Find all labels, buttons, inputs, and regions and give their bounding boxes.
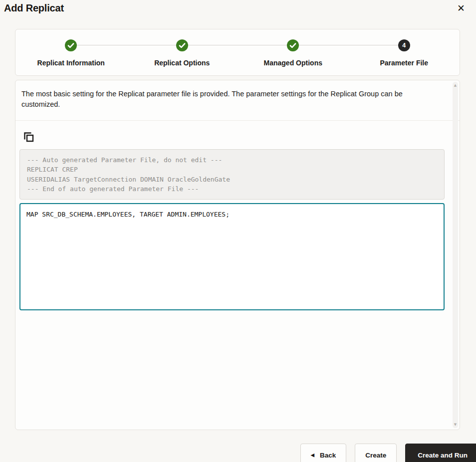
create-button-label: Create [365, 452, 386, 459]
dialog-footer: ◀ Back Create Create and Run [0, 444, 476, 462]
parameter-file-panel: The most basic setting for the Replicat … [15, 80, 460, 430]
scrollbar[interactable]: ▲ ▼ [453, 82, 458, 428]
step-replicat-information[interactable]: Replicat Information [15, 29, 127, 75]
copy-button[interactable] [22, 131, 35, 144]
step-label: Parameter File [380, 59, 429, 67]
dialog-title: Add Replicat [4, 1, 64, 14]
checkmark-icon [287, 39, 299, 51]
back-button[interactable]: ◀ Back [300, 444, 346, 462]
stepper: Replicat Information Replicat Options Ma… [15, 29, 460, 75]
step-replicat-options[interactable]: Replicat Options [127, 29, 238, 75]
back-button-label: Back [320, 452, 336, 459]
divider [15, 120, 460, 121]
copy-icon [23, 132, 34, 143]
step-number: 4 [402, 42, 406, 49]
parameter-editor[interactable]: MAP SRC_DB_SCHEMA.EMPLOYEES, TARGET ADMI… [19, 203, 445, 310]
step-label: Replicat Information [37, 59, 105, 67]
scrollbar-down-icon[interactable]: ▼ [453, 422, 458, 427]
step-complete-icon [65, 39, 77, 51]
step-label: Replicat Options [154, 59, 210, 67]
step-managed-options[interactable]: Managed Options [238, 29, 349, 75]
step-parameter-file[interactable]: 4 Parameter File [349, 29, 460, 75]
checkmark-icon [65, 39, 77, 51]
stepper-card: Replicat Information Replicat Options Ma… [15, 29, 460, 76]
create-and-run-button[interactable]: Create and Run [405, 444, 476, 462]
auto-generated-parameter-text: --- Auto generated Parameter File, do no… [19, 149, 445, 200]
dialog-header: Add Replicat ✕ [0, 0, 476, 15]
step-current-badge: 4 [398, 39, 410, 51]
step-label: Managed Options [264, 59, 322, 67]
panel-description: The most basic setting for the Replicat … [21, 89, 436, 110]
create-and-run-button-label: Create and Run [418, 452, 468, 459]
step-complete-icon [176, 39, 188, 51]
create-button[interactable]: Create [355, 444, 397, 462]
close-button[interactable]: ✕ [454, 1, 468, 15]
scrollbar-up-icon[interactable]: ▲ [453, 83, 458, 88]
step-complete-icon [287, 39, 299, 51]
back-arrow-icon: ◀ [311, 453, 314, 458]
checkmark-icon [176, 39, 188, 51]
close-icon: ✕ [457, 2, 465, 13]
